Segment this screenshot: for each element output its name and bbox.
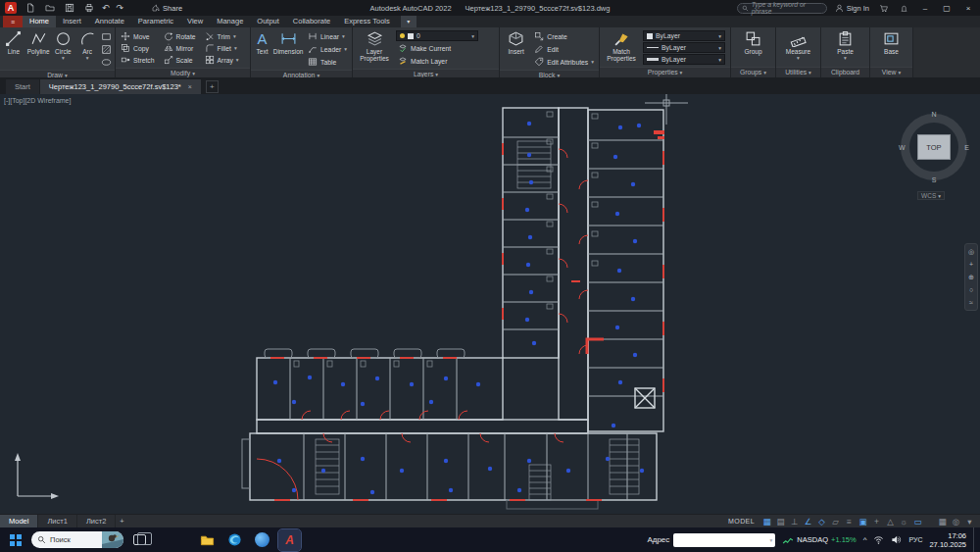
file-explorer-button[interactable] bbox=[196, 529, 219, 551]
edge-browser-button[interactable] bbox=[223, 529, 246, 551]
properties-panel-label[interactable]: Properties▾ bbox=[600, 67, 730, 77]
viewcube-top-face[interactable]: TOP bbox=[917, 134, 951, 160]
grid-icon[interactable]: ▦ bbox=[760, 515, 773, 528]
start-tab[interactable]: Start bbox=[6, 79, 39, 94]
stock-ticker-widget[interactable]: NASDAQ +1.15% bbox=[782, 534, 856, 546]
compass-west-label[interactable]: W bbox=[899, 144, 906, 151]
model-layout-tab[interactable]: Model bbox=[0, 515, 38, 528]
trim-button[interactable]: Trim▾ bbox=[203, 30, 241, 42]
wcs-dropdown[interactable]: WCS▾ bbox=[917, 191, 945, 200]
layout2-tab[interactable]: Лист2 bbox=[77, 515, 116, 528]
dynamic-input-icon[interactable]: ▣ bbox=[857, 515, 869, 528]
navigation-wheel-icon[interactable]: ◎ bbox=[968, 248, 974, 255]
task-view-button[interactable] bbox=[128, 529, 151, 551]
language-indicator[interactable]: РУС bbox=[908, 536, 922, 543]
workspace-switching-icon[interactable]: ☼ bbox=[898, 515, 910, 528]
taskbar-search-input[interactable]: Поиск bbox=[31, 531, 123, 548]
tab-insert[interactable]: Insert bbox=[56, 16, 88, 27]
tab-manage[interactable]: Manage bbox=[210, 16, 250, 27]
tab-collaborate[interactable]: Collaborate bbox=[286, 16, 337, 27]
wifi-icon[interactable] bbox=[873, 534, 884, 545]
edit-block-button[interactable]: Edit bbox=[532, 43, 596, 55]
match-layer-button[interactable]: Match Layer bbox=[396, 55, 478, 67]
annotation-visibility-icon[interactable]: △ bbox=[884, 515, 897, 528]
leader-button[interactable]: Leader▾ bbox=[306, 43, 349, 55]
create-block-button[interactable]: Create bbox=[532, 30, 596, 42]
taskbar-clock[interactable]: 17:06 27.10.2025 bbox=[929, 531, 966, 549]
scale-button[interactable]: Scale bbox=[162, 54, 198, 66]
model-space-canvas[interactable]: [-][Top][2D Wireframe] N W S E TOP WCS▾ … bbox=[0, 94, 980, 514]
start-button[interactable] bbox=[4, 529, 26, 551]
measure-button[interactable]: Measure▾ bbox=[784, 29, 813, 62]
zoom-icon[interactable]: ⊕ bbox=[968, 274, 974, 280]
stretch-button[interactable]: Stretch bbox=[119, 54, 157, 66]
tab-home[interactable]: Home bbox=[23, 16, 56, 27]
line-button[interactable]: Line bbox=[3, 29, 24, 55]
autocad-app-menu-icon[interactable]: A bbox=[5, 2, 17, 14]
text-button[interactable]: Text bbox=[254, 29, 270, 55]
hatch-icon[interactable] bbox=[101, 44, 112, 55]
plot-button[interactable] bbox=[82, 2, 95, 14]
maximize-button[interactable]: ▢ bbox=[940, 4, 954, 13]
compass-south-label[interactable]: S bbox=[932, 176, 937, 183]
new-layout-button[interactable]: + bbox=[116, 517, 127, 526]
rotate-button[interactable]: Rotate bbox=[162, 30, 198, 42]
address-input[interactable]: ▾ bbox=[673, 533, 775, 547]
compass-north-label[interactable]: N bbox=[931, 111, 936, 118]
tab-annotate[interactable]: Annotate bbox=[88, 16, 131, 27]
isodraft-icon[interactable]: ▱ bbox=[829, 515, 842, 528]
base-view-button[interactable]: Base bbox=[877, 29, 906, 55]
rectangle-icon[interactable] bbox=[101, 31, 112, 42]
volume-icon[interactable] bbox=[891, 534, 902, 545]
array-button[interactable]: Array▾ bbox=[203, 54, 241, 66]
minimize-button[interactable]: – bbox=[918, 4, 932, 13]
sign-in-button[interactable]: Sign In bbox=[835, 4, 869, 13]
pan-icon[interactable]: + bbox=[969, 261, 973, 268]
app-menu-button[interactable]: ≡ bbox=[3, 16, 23, 27]
app-store-button[interactable] bbox=[877, 2, 890, 14]
close-tab-icon[interactable]: × bbox=[188, 83, 192, 90]
new-file-button[interactable] bbox=[24, 2, 36, 14]
insert-block-button[interactable]: Insert bbox=[503, 29, 529, 55]
fillet-button[interactable]: Fillet▾ bbox=[203, 42, 241, 54]
groups-panel-label[interactable]: Groups▾ bbox=[731, 67, 775, 77]
circle-button[interactable]: Circle▾ bbox=[53, 29, 74, 62]
drawing-tab[interactable]: Чертеж123_1_29790_5ccce72f.sv$123* × bbox=[40, 79, 201, 94]
tab-parametric[interactable]: Parametric bbox=[131, 16, 180, 27]
hardware-acceleration-icon[interactable]: ▭ bbox=[911, 515, 924, 528]
paste-button[interactable]: Paste▾ bbox=[831, 29, 860, 62]
group-button[interactable]: Group bbox=[739, 29, 768, 55]
compass-east-label[interactable]: E bbox=[964, 144, 969, 151]
match-properties-button[interactable]: Match Properties bbox=[603, 29, 640, 62]
layer-select[interactable]: 0▾ bbox=[396, 30, 478, 41]
view-panel-label[interactable]: View▾ bbox=[870, 67, 912, 77]
tab-view[interactable]: View bbox=[180, 16, 210, 27]
object-color-select[interactable]: ByLayer▾ bbox=[643, 30, 725, 41]
copy-button[interactable]: Copy bbox=[119, 42, 157, 54]
undo-button[interactable]: ↶ bbox=[102, 2, 110, 14]
make-current-button[interactable]: Make Current bbox=[396, 42, 478, 54]
lineweight-icon[interactable]: ≡ bbox=[843, 515, 856, 528]
table-button[interactable]: Table bbox=[306, 56, 349, 68]
notifications-button[interactable] bbox=[898, 2, 910, 14]
mirror-button[interactable]: Mirror bbox=[162, 42, 198, 54]
viewport-controls[interactable]: [-][Top][2D Wireframe] bbox=[4, 97, 71, 104]
isolate-objects-icon[interactable]: ▦ bbox=[936, 515, 949, 528]
arc-button[interactable]: Arc▾ bbox=[76, 29, 98, 62]
object-snap-icon[interactable]: ◇ bbox=[815, 515, 828, 528]
share-button[interactable]: Share bbox=[152, 4, 182, 13]
redo-button[interactable]: ↷ bbox=[117, 2, 124, 14]
polyline-button[interactable]: Polyline bbox=[27, 29, 50, 55]
show-desktop-button[interactable] bbox=[973, 527, 976, 552]
tab-output[interactable]: Output bbox=[250, 16, 286, 27]
save-button[interactable] bbox=[63, 2, 75, 14]
dimension-button[interactable]: Dimension bbox=[273, 29, 303, 55]
layer-properties-button[interactable]: Layer Properties bbox=[356, 29, 393, 62]
close-button[interactable]: × bbox=[961, 4, 975, 13]
linetype-select[interactable]: ByLayer▾ bbox=[643, 42, 725, 53]
lineweight-select[interactable]: ByLayer▾ bbox=[643, 54, 725, 65]
polar-tracking-icon[interactable]: ∠ bbox=[802, 515, 814, 528]
keyword-search-input[interactable]: Type a keyword or phrase bbox=[737, 3, 827, 14]
tab-express-tools[interactable]: Express Tools bbox=[337, 16, 397, 27]
edit-attributes-button[interactable]: Edit Attributes▾ bbox=[532, 56, 596, 68]
